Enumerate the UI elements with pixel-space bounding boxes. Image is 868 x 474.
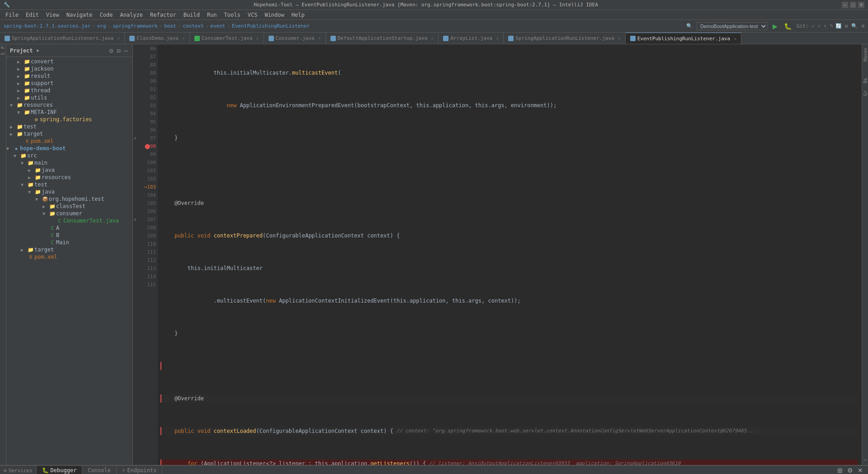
tree-label: hope-demo-boot [20, 145, 66, 152]
breadcrumb-context[interactable]: context [183, 23, 203, 29]
gradle-panel-icon[interactable]: Gr [862, 87, 868, 100]
tab-close[interactable]: ✕ [431, 36, 434, 41]
tab-consumer[interactable]: Consumer.java ✕ [264, 33, 326, 44]
tree-item-src[interactable]: ▼ 📁 src [6, 152, 132, 159]
close-button[interactable]: ✕ [858, 2, 864, 8]
feedback-panel-icon[interactable]: ! [862, 455, 868, 465]
settings-icon[interactable]: ⚙ [108, 46, 114, 55]
menu-analyze[interactable]: Analyze [116, 11, 146, 19]
tab-close[interactable]: ✕ [182, 36, 185, 41]
tree-item-target2[interactable]: ▶ 📁 target [6, 246, 132, 253]
project-strip-icon[interactable]: P [0, 44, 6, 51]
tree-item-target[interactable]: ▶ 📁 target [6, 130, 132, 137]
tab-close[interactable]: ✕ [496, 36, 499, 41]
tree-item-utils[interactable]: ▶ 📁 utils [6, 94, 132, 101]
breadcrumb-springframework[interactable]: springframework [113, 23, 157, 29]
java-icon [508, 36, 514, 41]
tab-close[interactable]: ✕ [256, 36, 259, 41]
tree-item-test-src[interactable]: ▼ 📁 test [6, 181, 132, 188]
search-everywhere-icon[interactable]: 🔍 [851, 23, 858, 29]
tree-item-jackson[interactable]: ▶ 📁 jackson [6, 65, 132, 72]
tab-close[interactable]: ✕ [618, 36, 621, 41]
tab-arraylist[interactable]: ArrayList.java ✕ [439, 33, 504, 44]
minimize-button[interactable]: – [842, 2, 848, 8]
menu-view[interactable]: View [42, 11, 63, 19]
tree-item-pomxml[interactable]: X pom.xml [6, 137, 132, 145]
services-icon: ⚙ [4, 468, 7, 474]
tree-item-thread[interactable]: ▶ 📁 thread [6, 87, 132, 94]
tree-item-support[interactable]: ▶ 📁 support [6, 80, 132, 87]
bottom-tab-console[interactable]: Console [82, 466, 117, 474]
menu-refactor[interactable]: Refactor [146, 11, 180, 19]
debugger-icon: 🐛 [42, 467, 49, 474]
tree-item-hope-demo[interactable]: ▼ ▪ hope-demo-boot [6, 145, 132, 152]
tree-item-metainf[interactable]: ▼ 📁 META-INF [6, 109, 132, 116]
more-icon[interactable]: ⋯ [123, 46, 129, 55]
maven-panel-icon[interactable]: Maven [862, 44, 868, 65]
code-area[interactable]: 86 87 88 89 90 91 92 93 94 95 96 ↺97 ⬤98… [133, 44, 862, 465]
breadcrumb-org[interactable]: org [97, 23, 106, 29]
settings-panel-btn[interactable]: ⚙ [846, 466, 854, 474]
maximize-panel-btn[interactable]: ⊞ [836, 466, 844, 474]
tree-item-java-main[interactable]: ▶ 📁 java [6, 166, 132, 174]
tree-item-java-test[interactable]: ▼ 📁 java [6, 188, 132, 195]
menu-code[interactable]: Code [96, 11, 117, 19]
tab-close[interactable]: ✕ [734, 36, 736, 41]
breadcrumb-boot[interactable]: boot [164, 23, 176, 29]
tree-item-result[interactable]: ▶ 📁 result [6, 72, 132, 80]
menu-tools[interactable]: Tools [221, 11, 244, 19]
tab-spring-listener[interactable]: SpringApplicationRunListener.java ✕ [504, 33, 626, 44]
collapse-icon[interactable]: ⊟ [116, 46, 121, 55]
bottom-tab-endpoints[interactable]: ⚡ Endpoints [117, 466, 162, 474]
tab-close[interactable]: ✕ [117, 36, 120, 41]
breadcrumb-class[interactable]: EventPublishingRunListener [232, 23, 310, 29]
debug-button[interactable]: 🐛 [783, 22, 793, 31]
bottom-tabs: ⚙ Services 🐛 Debugger Console ⚡ Endpoint… [0, 466, 868, 474]
menu-build[interactable]: Build [180, 11, 203, 19]
tree-item-consumer-test[interactable]: C ConsumerTest.java [6, 217, 132, 224]
settings-icon[interactable]: ⚙ [861, 23, 864, 29]
run-config-dropdown[interactable]: DemoBootApplication-test [696, 22, 768, 30]
menu-vcs[interactable]: VCS [244, 11, 261, 19]
tab-class-demo[interactable]: ClassDemo.java ✕ [125, 33, 190, 44]
run-button[interactable]: ▶ [771, 22, 779, 31]
title-bar: 🔧 Hopehomi-Tool – EventPublishingRunList… [0, 0, 868, 10]
bottom-tab-debugger[interactable]: 🐛 Debugger [37, 466, 83, 474]
tree-item-classA[interactable]: C A [6, 224, 132, 232]
menu-navigate[interactable]: Navigate [63, 11, 96, 19]
tree-item-classtest[interactable]: ▶ 📁 classTest [6, 203, 132, 210]
search-icon[interactable]: 🔍 [686, 23, 693, 29]
ln-91: 91 [133, 85, 158, 93]
tab-consumer-test[interactable]: ConsumerTest.java ✕ [190, 33, 264, 44]
breadcrumb-event[interactable]: event [210, 23, 225, 29]
menu-run[interactable]: Run [203, 11, 221, 19]
menu-help[interactable]: Help [288, 11, 308, 19]
tree-item-main-class[interactable]: C Main [6, 239, 132, 246]
menu-file[interactable]: File [2, 11, 22, 19]
tree-item-spring-factories[interactable]: ⚙ spring.factories [6, 116, 132, 123]
tab-spring-listeners[interactable]: SpringApplicationRunListeners.java ✕ [0, 33, 125, 44]
menu-window[interactable]: Window [261, 11, 288, 19]
tree-item-test[interactable]: ▶ 📁 test [6, 123, 132, 130]
bookmarks-panel-icon[interactable]: Bk [862, 74, 868, 87]
tree-item-resources[interactable]: ▼ 📁 resources [6, 101, 132, 109]
close-panel-btn[interactable]: ✕ [856, 466, 864, 474]
tree-item-main[interactable]: ▼ 📁 main [6, 159, 132, 166]
folder-icon: 📁 [24, 58, 31, 65]
tree-item-classB[interactable]: C B [6, 232, 132, 239]
tree-item-resources-main[interactable]: ▶ 📁 resources [6, 174, 132, 181]
menu-bar: File Edit View Navigate Code Analyze Ref… [0, 10, 868, 20]
tab-default-startup[interactable]: DefaultApplicationStartup.java ✕ [326, 33, 439, 44]
tree-item-convert[interactable]: ▶ 📁 convert [6, 58, 132, 65]
ln-94: 94 [133, 109, 158, 118]
tab-event-publishing[interactable]: EventPublishingRunListener.java ✕ [626, 33, 741, 44]
tree-item-package[interactable]: ▼ 📦 org.hopehomi.test [6, 195, 132, 203]
tree-item-pom2[interactable]: X pom.xml [6, 253, 132, 261]
breadcrumb-jar[interactable]: spring-boot-2.7.1-sources.jar [4, 23, 90, 29]
maximize-button[interactable]: □ [850, 2, 856, 8]
tree-item-consumer-folder[interactable]: ▼ 📁 consumer [6, 210, 132, 217]
menu-edit[interactable]: Edit [22, 11, 42, 19]
structure-strip-icon[interactable]: S [0, 51, 6, 57]
code-content[interactable]: this.initialMulticaster.multicastEvent( … [158, 44, 862, 465]
tab-close[interactable]: ✕ [318, 36, 321, 41]
